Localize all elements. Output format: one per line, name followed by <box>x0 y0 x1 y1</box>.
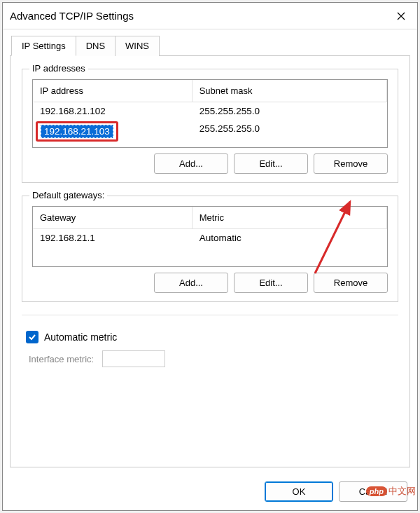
ok-button[interactable]: OK <box>265 481 333 502</box>
content-area: IP Settings DNS WINS IP addresses IP add… <box>3 29 417 474</box>
list-row[interactable]: 192.168.21.102 255.255.255.0 <box>33 102 387 120</box>
list-header: IP address Subnet mask <box>33 80 387 102</box>
gateway-buttons: Add... Edit... Remove <box>32 273 388 293</box>
auto-metric-label: Automatic metric <box>44 331 117 343</box>
dialog-window: Advanced TCP/IP Settings IP Settings DNS… <box>2 2 418 511</box>
window-title: Advanced TCP/IP Settings <box>10 10 385 22</box>
groupbox-gateways: Default gateways: Gateway Metric 192.168… <box>22 196 398 302</box>
groupbox-ip-addresses: IP addresses IP address Subnet mask 192.… <box>22 69 398 183</box>
tab-strip: IP Settings DNS WINS <box>11 35 410 55</box>
dialog-footer: OK Cancel <box>3 474 417 510</box>
column-ip[interactable]: IP address <box>33 80 192 102</box>
check-icon <box>28 333 36 341</box>
edit-gateway-button[interactable]: Edit... <box>234 273 308 293</box>
groupbox-label: Default gateways: <box>29 190 107 200</box>
cell-mask: 255.255.255.0 <box>192 120 387 143</box>
cell-mask: 255.255.255.0 <box>192 102 387 120</box>
auto-metric-checkbox[interactable] <box>26 331 38 343</box>
divider <box>22 315 398 315</box>
tab-ip-settings[interactable]: IP Settings <box>11 36 76 56</box>
edit-ip-button[interactable]: Edit... <box>234 153 308 174</box>
groupbox-label: IP addresses <box>29 63 88 74</box>
close-button[interactable] <box>385 3 417 29</box>
cell-metric: Automatic <box>192 229 387 247</box>
metric-section: Automatic metric Interface metric: <box>22 328 398 370</box>
tab-dns[interactable]: DNS <box>76 36 115 56</box>
interface-metric-label: Interface metric: <box>29 354 94 364</box>
remove-gateway-button[interactable]: Remove <box>314 273 388 293</box>
tab-wins[interactable]: WINS <box>115 36 160 56</box>
column-mask[interactable]: Subnet mask <box>192 80 387 102</box>
titlebar: Advanced TCP/IP Settings <box>3 3 417 29</box>
cell-gateway: 192.168.21.1 <box>33 229 192 247</box>
add-ip-button[interactable]: Add... <box>154 153 228 174</box>
tab-panel: IP addresses IP address Subnet mask 192.… <box>10 55 410 467</box>
interface-metric-row: Interface metric: <box>29 350 394 367</box>
gateway-list[interactable]: Gateway Metric 192.168.21.1 Automatic <box>32 206 388 267</box>
list-row[interactable]: 192.168.21.1 Automatic <box>33 229 387 247</box>
ip-buttons: Add... Edit... Remove <box>32 153 388 174</box>
column-metric[interactable]: Metric <box>192 207 387 228</box>
cell-ip-selected: 192.168.21.103 <box>33 120 192 143</box>
auto-metric-row[interactable]: Automatic metric <box>26 331 394 343</box>
cancel-button[interactable]: Cancel <box>339 481 407 502</box>
close-icon <box>397 12 405 20</box>
list-row[interactable]: 192.168.21.103 255.255.255.0 <box>33 120 387 143</box>
add-gateway-button[interactable]: Add... <box>154 273 228 293</box>
column-gateway[interactable]: Gateway <box>33 207 192 228</box>
ip-address-list[interactable]: IP address Subnet mask 192.168.21.102 25… <box>32 79 388 148</box>
remove-ip-button[interactable]: Remove <box>314 153 388 174</box>
cell-ip: 192.168.21.102 <box>33 102 192 120</box>
list-header: Gateway Metric <box>33 207 387 229</box>
interface-metric-input <box>102 350 165 367</box>
